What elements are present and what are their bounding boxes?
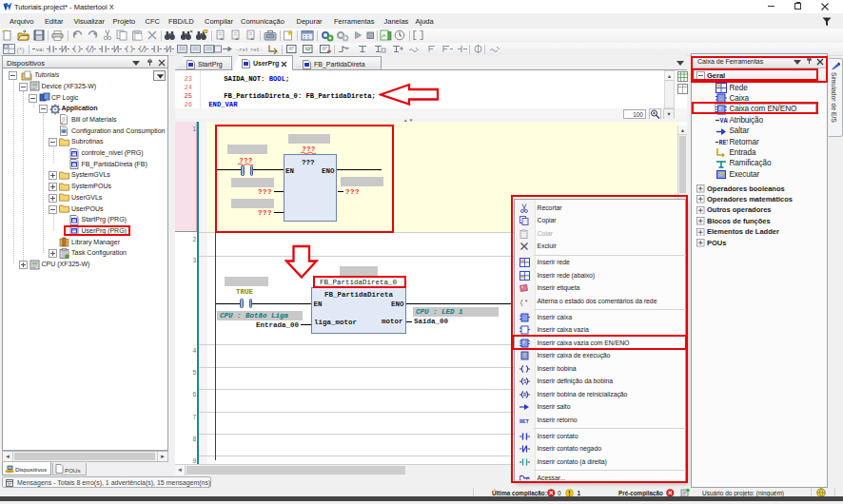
svg-text:var: var xyxy=(35,47,44,53)
svg-text:(*): (*) xyxy=(520,298,530,306)
svg-text:RET: RET xyxy=(719,140,729,146)
svg-text:(*): (*) xyxy=(17,46,25,54)
svg-text:ret-: ret- xyxy=(250,47,263,53)
svg-text:RET: RET xyxy=(520,417,530,424)
svg-text:-ret: -ret xyxy=(236,47,247,53)
svg-text:VAR: VAR xyxy=(720,118,729,125)
